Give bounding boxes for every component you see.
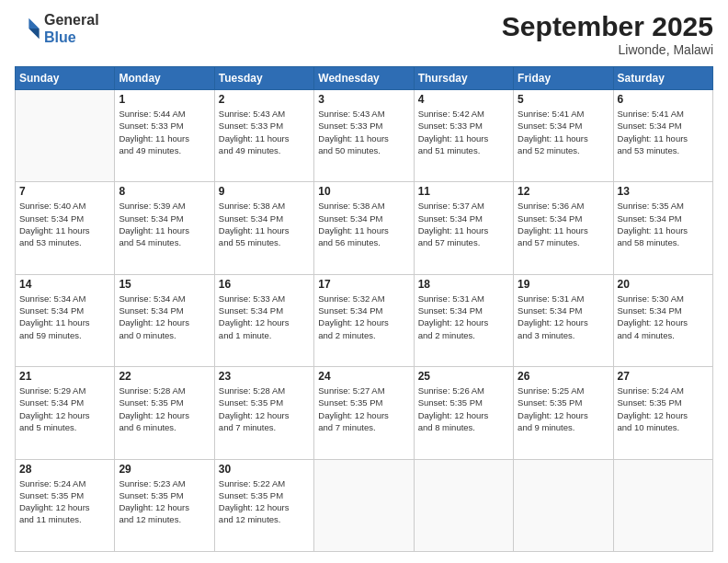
- day-number: 14: [19, 278, 110, 291]
- day-number: 6: [618, 93, 709, 106]
- calendar-day-cell: 14Sunrise: 5:34 AM Sunset: 5:34 PM Dayli…: [16, 274, 115, 366]
- day-number: 17: [318, 278, 409, 291]
- day-number: 12: [518, 185, 609, 198]
- day-info: Sunrise: 5:38 AM Sunset: 5:34 PM Dayligh…: [318, 200, 409, 248]
- weekday-header: Tuesday: [214, 67, 313, 90]
- day-number: 9: [219, 185, 310, 198]
- logo-text: General Blue: [44, 11, 99, 46]
- calendar-day-cell: 6Sunrise: 5:41 AM Sunset: 5:34 PM Daylig…: [613, 90, 712, 182]
- day-number: 16: [219, 278, 310, 291]
- weekday-header: Monday: [115, 67, 214, 90]
- month-year: September 2025: [502, 11, 713, 42]
- location: Liwonde, Malawi: [502, 42, 713, 57]
- day-info: Sunrise: 5:34 AM Sunset: 5:34 PM Dayligh…: [119, 293, 210, 341]
- day-info: Sunrise: 5:41 AM Sunset: 5:34 PM Dayligh…: [518, 108, 609, 156]
- calendar-day-cell: 4Sunrise: 5:42 AM Sunset: 5:33 PM Daylig…: [414, 90, 513, 182]
- day-number: 29: [119, 463, 210, 476]
- calendar-day-cell: 1Sunrise: 5:44 AM Sunset: 5:33 PM Daylig…: [115, 90, 214, 182]
- calendar-day-cell: 17Sunrise: 5:32 AM Sunset: 5:34 PM Dayli…: [314, 274, 414, 366]
- calendar-week-row: 21Sunrise: 5:29 AM Sunset: 5:34 PM Dayli…: [16, 367, 713, 459]
- day-number: 30: [219, 463, 310, 476]
- calendar-day-cell: 3Sunrise: 5:43 AM Sunset: 5:33 PM Daylig…: [314, 90, 414, 182]
- day-number: 4: [418, 93, 509, 106]
- day-info: Sunrise: 5:28 AM Sunset: 5:35 PM Dayligh…: [219, 385, 310, 433]
- weekday-header: Friday: [514, 67, 613, 90]
- svg-marker-2: [17, 18, 29, 29]
- day-info: Sunrise: 5:23 AM Sunset: 5:35 PM Dayligh…: [119, 477, 210, 526]
- calendar-day-cell: 11Sunrise: 5:37 AM Sunset: 5:34 PM Dayli…: [414, 182, 513, 274]
- calendar-day-cell: 21Sunrise: 5:29 AM Sunset: 5:34 PM Dayli…: [16, 367, 115, 459]
- day-info: Sunrise: 5:37 AM Sunset: 5:34 PM Dayligh…: [418, 200, 509, 248]
- calendar-day-cell: 16Sunrise: 5:33 AM Sunset: 5:34 PM Dayli…: [214, 274, 313, 366]
- day-info: Sunrise: 5:22 AM Sunset: 5:35 PM Dayligh…: [219, 477, 310, 526]
- day-number: 11: [418, 185, 509, 198]
- weekday-header: Sunday: [16, 67, 115, 90]
- day-number: 28: [19, 463, 110, 476]
- day-number: 13: [618, 185, 709, 198]
- logo: General Blue: [15, 11, 99, 46]
- logo-general: General: [44, 12, 99, 28]
- day-info: Sunrise: 5:28 AM Sunset: 5:35 PM Dayligh…: [119, 385, 210, 433]
- day-info: Sunrise: 5:44 AM Sunset: 5:33 PM Dayligh…: [119, 108, 210, 156]
- calendar-day-cell: 2Sunrise: 5:43 AM Sunset: 5:33 PM Daylig…: [214, 90, 313, 182]
- day-number: 23: [219, 370, 310, 383]
- calendar-day-cell: 26Sunrise: 5:25 AM Sunset: 5:35 PM Dayli…: [514, 367, 613, 459]
- day-info: Sunrise: 5:24 AM Sunset: 5:35 PM Dayligh…: [19, 477, 110, 526]
- day-info: Sunrise: 5:43 AM Sunset: 5:33 PM Dayligh…: [219, 108, 310, 156]
- day-info: Sunrise: 5:26 AM Sunset: 5:35 PM Dayligh…: [418, 385, 509, 433]
- day-number: 19: [518, 278, 609, 291]
- day-number: 8: [119, 185, 210, 198]
- calendar-week-row: 14Sunrise: 5:34 AM Sunset: 5:34 PM Dayli…: [16, 274, 713, 366]
- title-block: September 2025 Liwonde, Malawi: [502, 11, 713, 57]
- logo-icon: [15, 16, 40, 41]
- day-info: Sunrise: 5:29 AM Sunset: 5:34 PM Dayligh…: [19, 385, 110, 433]
- day-info: Sunrise: 5:40 AM Sunset: 5:34 PM Dayligh…: [19, 200, 110, 248]
- day-number: 22: [119, 370, 210, 383]
- day-number: 20: [618, 278, 709, 291]
- day-number: 1: [119, 93, 210, 106]
- day-info: Sunrise: 5:31 AM Sunset: 5:34 PM Dayligh…: [518, 293, 609, 341]
- day-info: Sunrise: 5:42 AM Sunset: 5:33 PM Dayligh…: [418, 108, 509, 156]
- calendar-day-cell: [613, 459, 712, 551]
- calendar-week-row: 28Sunrise: 5:24 AM Sunset: 5:35 PM Dayli…: [16, 459, 713, 551]
- calendar-week-row: 7Sunrise: 5:40 AM Sunset: 5:34 PM Daylig…: [16, 182, 713, 274]
- calendar-day-cell: 18Sunrise: 5:31 AM Sunset: 5:34 PM Dayli…: [414, 274, 513, 366]
- calendar-day-cell: 25Sunrise: 5:26 AM Sunset: 5:35 PM Dayli…: [414, 367, 513, 459]
- calendar-day-cell: 8Sunrise: 5:39 AM Sunset: 5:34 PM Daylig…: [115, 182, 214, 274]
- calendar-day-cell: 12Sunrise: 5:36 AM Sunset: 5:34 PM Dayli…: [514, 182, 613, 274]
- calendar-day-cell: [414, 459, 513, 551]
- page: General Blue September 2025 Liwonde, Mal…: [0, 0, 728, 563]
- calendar-day-cell: 10Sunrise: 5:38 AM Sunset: 5:34 PM Dayli…: [314, 182, 414, 274]
- weekday-header: Saturday: [613, 67, 712, 90]
- day-number: 26: [518, 370, 609, 383]
- svg-marker-0: [28, 18, 39, 29]
- day-info: Sunrise: 5:34 AM Sunset: 5:34 PM Dayligh…: [19, 293, 110, 341]
- calendar-day-cell: 29Sunrise: 5:23 AM Sunset: 5:35 PM Dayli…: [115, 459, 214, 551]
- day-info: Sunrise: 5:31 AM Sunset: 5:34 PM Dayligh…: [418, 293, 509, 341]
- day-number: 25: [418, 370, 509, 383]
- day-info: Sunrise: 5:39 AM Sunset: 5:34 PM Dayligh…: [119, 200, 210, 248]
- day-number: 7: [19, 185, 110, 198]
- calendar-day-cell: 19Sunrise: 5:31 AM Sunset: 5:34 PM Dayli…: [514, 274, 613, 366]
- day-number: 2: [219, 93, 310, 106]
- calendar-day-cell: 30Sunrise: 5:22 AM Sunset: 5:35 PM Dayli…: [214, 459, 313, 551]
- weekday-header: Thursday: [414, 67, 513, 90]
- header: General Blue September 2025 Liwonde, Mal…: [15, 11, 713, 57]
- day-info: Sunrise: 5:41 AM Sunset: 5:34 PM Dayligh…: [618, 108, 709, 156]
- calendar-day-cell: 24Sunrise: 5:27 AM Sunset: 5:35 PM Dayli…: [314, 367, 414, 459]
- calendar-day-cell: [16, 90, 115, 182]
- day-number: 3: [318, 93, 409, 106]
- calendar-header-row: SundayMondayTuesdayWednesdayThursdayFrid…: [16, 67, 713, 90]
- svg-marker-1: [28, 29, 39, 39]
- day-info: Sunrise: 5:33 AM Sunset: 5:34 PM Dayligh…: [219, 293, 310, 341]
- calendar-table: SundayMondayTuesdayWednesdayThursdayFrid…: [15, 66, 713, 552]
- calendar-day-cell: [514, 459, 613, 551]
- calendar-week-row: 1Sunrise: 5:44 AM Sunset: 5:33 PM Daylig…: [16, 90, 713, 182]
- day-number: 18: [418, 278, 509, 291]
- day-info: Sunrise: 5:35 AM Sunset: 5:34 PM Dayligh…: [618, 200, 709, 248]
- calendar-day-cell: 7Sunrise: 5:40 AM Sunset: 5:34 PM Daylig…: [16, 182, 115, 274]
- day-info: Sunrise: 5:32 AM Sunset: 5:34 PM Dayligh…: [318, 293, 409, 341]
- day-info: Sunrise: 5:24 AM Sunset: 5:35 PM Dayligh…: [618, 385, 709, 433]
- day-info: Sunrise: 5:43 AM Sunset: 5:33 PM Dayligh…: [318, 108, 409, 156]
- calendar-day-cell: [314, 459, 414, 551]
